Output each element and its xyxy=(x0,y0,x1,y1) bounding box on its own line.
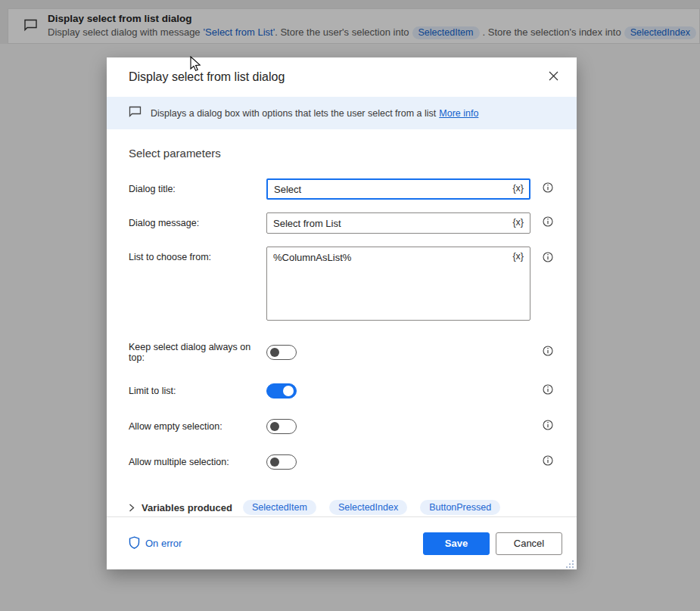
field-row-dialog-title: Dialog title: {x} xyxy=(129,178,555,200)
dialog-title-input-wrap: {x} xyxy=(266,178,530,200)
info-icon[interactable] xyxy=(543,346,553,359)
produced-variable-selecteditem[interactable]: SelectedItem xyxy=(243,500,316,515)
dialog-header: Display select from list dialog xyxy=(107,57,577,97)
shield-icon xyxy=(129,536,140,551)
page: Display select from list dialog Display … xyxy=(0,0,700,611)
toggle-knob xyxy=(270,348,279,357)
allow-multiple-label: Allow multiple selection: xyxy=(129,457,266,467)
toggle-knob xyxy=(270,457,279,467)
info-icon[interactable] xyxy=(543,420,553,433)
resize-grip[interactable] xyxy=(565,558,574,567)
dialog-message-label: Dialog message: xyxy=(129,218,266,228)
variables-produced-row: Variables produced SelectedItem Selected… xyxy=(129,500,555,515)
info-icon[interactable] xyxy=(543,252,553,265)
keep-on-top-toggle[interactable] xyxy=(266,345,297,360)
toggle-row-allow-empty: Allow empty selection: xyxy=(129,419,555,434)
toggle-row-allow-multiple: Allow multiple selection: xyxy=(129,454,555,470)
close-icon xyxy=(549,71,558,83)
info-col xyxy=(541,455,555,469)
section-title: Select parameters xyxy=(129,147,555,160)
info-col xyxy=(541,384,555,398)
allow-empty-label: Allow empty selection: xyxy=(129,421,266,432)
info-icon[interactable] xyxy=(543,216,553,230)
info-col xyxy=(541,216,555,230)
info-col xyxy=(541,420,555,433)
on-error-link[interactable]: On error xyxy=(129,536,182,551)
close-button[interactable] xyxy=(544,68,562,86)
banner-text: Displays a dialog box with options that … xyxy=(151,108,436,119)
info-icon[interactable] xyxy=(543,384,553,398)
dialog-title-input[interactable] xyxy=(266,178,530,200)
on-error-label: On error xyxy=(145,538,182,549)
produced-variable-selectedindex[interactable]: SelectedIndex xyxy=(329,500,407,515)
variable-picker-button[interactable]: {x} xyxy=(511,182,525,194)
info-col xyxy=(541,182,555,196)
list-input-wrap: %ColumnAsList% {x} xyxy=(266,247,530,324)
cancel-button[interactable]: Cancel xyxy=(496,532,562,555)
allow-multiple-toggle[interactable] xyxy=(266,454,297,470)
field-row-list-to-choose-from: List to choose from: %ColumnAsList% {x} xyxy=(129,247,555,324)
produced-variable-buttonpressed[interactable]: ButtonPressed xyxy=(420,500,500,515)
info-icon[interactable] xyxy=(543,455,553,469)
more-info-link[interactable]: More info xyxy=(439,108,478,119)
variable-picker-button[interactable]: {x} xyxy=(511,216,525,228)
toggle-row-limit-to-list: Limit to list: xyxy=(129,383,555,399)
limit-to-list-label: Limit to list: xyxy=(129,386,266,396)
display-select-from-list-dialog: Display select from list dialog Displays… xyxy=(107,57,577,569)
variable-picker-button[interactable]: {x} xyxy=(511,250,525,262)
dialog-footer: On error Save Cancel xyxy=(107,516,577,569)
info-col xyxy=(541,346,555,359)
info-banner: Displays a dialog box with options that … xyxy=(107,97,577,129)
message-bubble-icon xyxy=(129,106,142,120)
field-row-dialog-message: Dialog message: {x} xyxy=(129,212,555,234)
dialog-message-input[interactable] xyxy=(266,212,530,234)
keep-on-top-label: Keep select dialog always on top: xyxy=(129,342,266,363)
toggle-row-keep-on-top: Keep select dialog always on top: xyxy=(129,342,555,363)
info-col xyxy=(541,252,555,265)
dialog-message-input-wrap: {x} xyxy=(266,212,530,234)
list-to-choose-from-label: List to choose from: xyxy=(129,252,266,262)
expand-chevron-icon[interactable] xyxy=(129,504,135,512)
dialog-content: Select parameters Dialog title: {x} Dial… xyxy=(107,147,577,515)
toggle-knob xyxy=(283,386,294,396)
toggle-knob xyxy=(270,422,279,431)
save-button[interactable]: Save xyxy=(423,532,490,555)
list-to-choose-from-textarea[interactable]: %ColumnAsList% xyxy=(266,247,530,321)
dialog-title: Display select from list dialog xyxy=(129,70,544,84)
allow-empty-toggle[interactable] xyxy=(266,419,297,434)
info-icon[interactable] xyxy=(543,182,553,196)
variables-produced-label: Variables produced xyxy=(142,502,232,513)
limit-to-list-toggle[interactable] xyxy=(266,383,297,399)
dialog-title-label: Dialog title: xyxy=(129,184,266,194)
